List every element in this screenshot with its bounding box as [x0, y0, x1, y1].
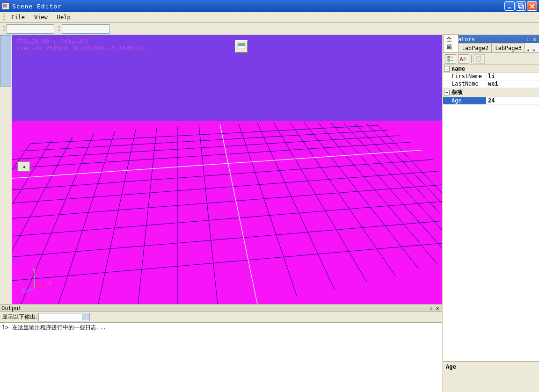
- titlebar: Scene Editor: [0, 0, 539, 12]
- tab-page2[interactable]: tabPage2: [458, 44, 492, 52]
- svg-line-39: [25, 288, 34, 292]
- viewport-ground: [12, 121, 442, 304]
- pg-alphabetical-icon[interactable]: AZ↓: [458, 54, 469, 64]
- tab-scroll-right-icon[interactable]: ▸: [531, 47, 538, 52]
- svg-rect-40: [448, 56, 450, 58]
- menu-file[interactable]: File: [7, 13, 29, 22]
- output-close-icon[interactable]: ✕: [434, 305, 441, 312]
- viewport-3d[interactable]: FPS=28.90 ; Poly=40; Eye(-20.253500,10.0…: [12, 35, 442, 304]
- viewport-toggle-top[interactable]: [235, 40, 248, 53]
- tab-scroll-left-icon[interactable]: ◂: [524, 47, 531, 52]
- pg-val-age[interactable]: 24: [487, 97, 539, 104]
- axis-gizmo: X Y Z: [25, 271, 53, 296]
- minimize-button[interactable]: [504, 1, 515, 11]
- svg-rect-2: [520, 5, 524, 9]
- pg-categorized-icon[interactable]: [445, 54, 456, 64]
- collapse-icon-2[interactable]: −: [444, 90, 450, 95]
- menu-help[interactable]: Help: [52, 13, 75, 22]
- toolbar-grip-icon[interactable]: [3, 25, 5, 33]
- toolbar-slot-2[interactable]: [62, 24, 109, 34]
- pg-val-firstname[interactable]: li: [487, 73, 539, 80]
- svg-rect-41: [448, 59, 450, 61]
- main-area: FPS=28.90 ; Poly=40; Eye(-20.253500,10.0…: [0, 35, 442, 392]
- pg-key-age: Age: [443, 97, 487, 104]
- property-grid[interactable]: − name FirstName li LastName wei − 杂项 Ag…: [443, 65, 539, 361]
- output-pin-icon[interactable]: ⟂: [428, 305, 434, 312]
- toolbar: [0, 23, 539, 35]
- output-source-combo[interactable]: [38, 313, 90, 321]
- operators-tabs: 全局 tabPage2 tabPage3 ◂ ▸: [443, 43, 539, 53]
- maximize-button[interactable]: [516, 1, 526, 11]
- output-toolbar: 显示以下输出:: [0, 312, 442, 322]
- svg-rect-44: [476, 57, 481, 61]
- propertygrid-toolbar: AZ↓: [443, 53, 539, 65]
- property-description-name: Age: [446, 363, 536, 370]
- operators-panel: Operators ⟂ ✕ 全局 tabPage2 tabPage3 ◂ ▸ A…: [443, 35, 539, 392]
- svg-rect-0: [508, 7, 511, 8]
- pg-key-firstname: FirstName: [443, 73, 487, 80]
- pg-category-name-label: name: [452, 65, 465, 72]
- tab-global[interactable]: 全局: [443, 34, 459, 52]
- output-show-label: 显示以下输出:: [2, 313, 37, 321]
- pg-key-lastname: LastName: [443, 80, 487, 87]
- operators-pin-icon[interactable]: ⟂: [524, 36, 531, 43]
- pg-row-firstname[interactable]: FirstName li: [443, 73, 539, 80]
- pg-category-misc[interactable]: − 杂项: [443, 88, 539, 97]
- axis-y-label: Y: [33, 269, 36, 274]
- close-button[interactable]: [527, 1, 537, 11]
- pg-category-name[interactable]: − name: [443, 65, 539, 73]
- hud-fps: FPS=28.90 ; Poly=40;: [16, 39, 148, 45]
- pg-val-lastname[interactable]: wei: [487, 80, 539, 87]
- viewport-toggle-left[interactable]: [17, 161, 30, 172]
- hud-eye: Eye(-20.253500,10.003390,-5.164533);: [16, 45, 148, 52]
- window-title: Scene Editor: [12, 3, 504, 10]
- pg-category-misc-label: 杂项: [452, 88, 463, 96]
- operators-close-icon[interactable]: ✕: [531, 36, 538, 43]
- menu-view[interactable]: View: [29, 13, 52, 22]
- toolbar-grip2-icon[interactable]: [58, 25, 60, 33]
- svg-rect-1: [518, 4, 522, 7]
- tab-page3[interactable]: tabPage3: [491, 44, 525, 52]
- output-panel-title: Output: [1, 305, 428, 312]
- collapse-icon[interactable]: −: [444, 66, 450, 72]
- menubar-grip-icon[interactable]: [3, 14, 5, 21]
- pg-row-age[interactable]: Age 24: [443, 97, 539, 105]
- svg-line-37: [34, 284, 47, 288]
- viewport-hud: FPS=28.90 ; Poly=40; Eye(-20.253500,10.0…: [16, 39, 148, 52]
- pg-pages-icon[interactable]: [473, 54, 485, 64]
- axis-z-label: Z: [22, 288, 25, 293]
- menubar: File View Help: [0, 12, 539, 23]
- axis-x-label: X: [48, 281, 51, 286]
- pg-row-lastname[interactable]: LastName wei: [443, 80, 539, 88]
- output-log-body[interactable]: 1> 在这里输出程序进行中的一些日志...: [0, 322, 442, 392]
- property-description: Age: [443, 361, 539, 392]
- app-icon: [2, 2, 9, 10]
- output-panel-header: Output ⟂ ✕: [0, 304, 442, 312]
- toolbar-slot-1[interactable]: [7, 24, 54, 34]
- output-log-line: 1> 在这里输出程序进行中的一些日志...: [2, 324, 440, 332]
